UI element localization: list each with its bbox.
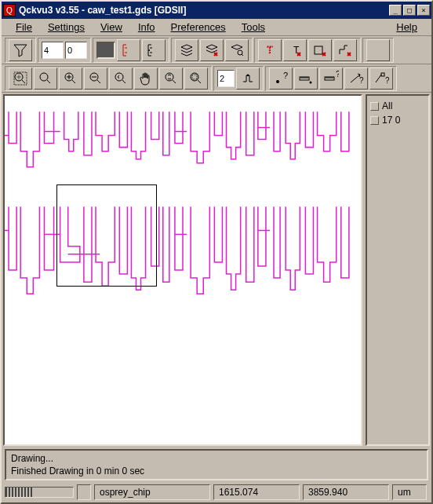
ruler-point-icon: [298, 71, 314, 86]
footer-bar: osprey_chip 1615.074 3859.940 um: [2, 482, 431, 502]
svg-text:?: ?: [359, 76, 364, 85]
solid-icon: [146, 42, 162, 58]
footer-cell-name: osprey_chip: [94, 484, 210, 500]
maximize-button[interactable]: □: [403, 5, 416, 16]
canvas-area[interactable]: [3, 94, 362, 446]
zoom-refresh-button[interactable]: [159, 68, 183, 89]
menu-preferences[interactable]: Preferences: [163, 20, 234, 35]
svg-text:?: ?: [336, 71, 339, 79]
layers-button[interactable]: [175, 39, 198, 61]
filter-button[interactable]: [9, 39, 32, 61]
text-x-icon: T: [287, 42, 303, 58]
svg-point-11: [166, 73, 173, 81]
menu-file[interactable]: File: [8, 20, 40, 35]
menu-help[interactable]: Help: [388, 20, 425, 35]
measure-snap-button[interactable]: ?: [369, 68, 393, 89]
application-window: Q Qckvu3 v3.55 - caw_test1.gds [GDSII] _…: [0, 0, 433, 504]
hand-icon: [138, 71, 154, 86]
zoom-in-icon: [63, 71, 78, 86]
svg-point-10: [115, 73, 123, 81]
fill-color-swatch[interactable]: [96, 42, 115, 59]
window-controls: _ □ ×: [389, 5, 430, 16]
unchecked-box-icon[interactable]: [370, 102, 379, 111]
svg-point-7: [40, 73, 48, 81]
svg-rect-4: [315, 46, 322, 54]
layer-panel: All 17 0: [366, 94, 430, 446]
design-canvas[interactable]: [5, 96, 361, 444]
fill-mode-outline-button[interactable]: [117, 39, 140, 61]
menu-tools[interactable]: Tools: [234, 20, 273, 35]
layer-all-label: All: [382, 100, 392, 111]
progress-indicator: [5, 487, 74, 498]
menubar: File Settings View Info Preferences Tool…: [2, 19, 431, 36]
ruler-query-icon: ?: [323, 71, 339, 86]
svg-point-14: [276, 80, 279, 83]
pan-button[interactable]: [134, 68, 158, 89]
nesting-input[interactable]: [217, 70, 235, 87]
app-icon: Q: [3, 4, 16, 16]
rect-delete-button[interactable]: [308, 39, 332, 61]
unchecked-box-icon[interactable]: [370, 116, 379, 125]
zoom-prev-button[interactable]: [109, 68, 133, 89]
measure-line-button[interactable]: ?: [344, 68, 368, 89]
svg-rect-13: [192, 75, 197, 79]
zoom-icon: [38, 71, 53, 86]
layers-search-button[interactable]: [225, 39, 249, 61]
workspace: All 17 0: [2, 93, 431, 447]
status-line-2: Finished Drawing in 0 min 0 sec: [11, 466, 422, 478]
svg-text:T: T: [267, 45, 273, 56]
layer-17-0[interactable]: 17 0: [370, 113, 425, 127]
measure-dist-button[interactable]: [294, 68, 318, 89]
hierarchy-up-button[interactable]: [236, 68, 260, 89]
outline-icon: [121, 42, 136, 58]
titlebar: Q Qckvu3 v3.55 - caw_test1.gds [GDSII] _…: [2, 2, 431, 19]
measure-point-button[interactable]: ?: [269, 68, 293, 89]
svg-point-0: [148, 49, 150, 51]
footer-unit: um: [392, 484, 427, 500]
zoom-button[interactable]: [34, 68, 57, 89]
blank-icon: [370, 42, 386, 58]
footer-spacer: [77, 484, 91, 500]
zoom-out-button[interactable]: [84, 68, 107, 89]
funnel-icon: [13, 42, 28, 58]
layers-delete-button[interactable]: [200, 39, 224, 61]
window-title: Qckvu3 v3.55 - caw_test1.gds [GDSII]: [19, 5, 389, 16]
row1-extra-button[interactable]: [366, 39, 390, 61]
fill-mode-solid-button[interactable]: [142, 39, 166, 61]
svg-text:?: ?: [385, 76, 389, 85]
zoom-out-icon: [88, 71, 104, 86]
text-outline-button[interactable]: T: [258, 39, 282, 61]
point-query-icon: ?: [273, 71, 289, 86]
close-button[interactable]: ×: [417, 5, 430, 16]
svg-rect-21: [381, 73, 384, 76]
status-message-box: Drawing... Finished Drawing in 0 min 0 s…: [5, 449, 428, 480]
zoom-refresh-icon: [163, 71, 179, 86]
level-input-1[interactable]: [42, 42, 64, 59]
rect-x-icon: [312, 42, 328, 58]
menu-settings[interactable]: Settings: [40, 20, 93, 35]
zoom-in-button[interactable]: [59, 68, 82, 89]
zoom-fit-icon: [13, 71, 28, 86]
zoom-fit-button[interactable]: [9, 68, 32, 89]
zoom-prev-icon: [113, 71, 129, 86]
text-delete-button[interactable]: T: [283, 39, 307, 61]
text-dashed-icon: T: [262, 42, 278, 58]
level-input-2[interactable]: [65, 42, 87, 59]
layer-17-0-label: 17 0: [382, 115, 400, 126]
footer-coord-y: 3859.940: [303, 484, 389, 500]
layers-icon: [179, 42, 195, 58]
zoom-area-button[interactable]: [184, 68, 208, 89]
measure-ruler-button[interactable]: ?: [319, 68, 343, 89]
selection-rectangle: [56, 184, 157, 287]
layer-all[interactable]: All: [370, 99, 425, 113]
zoom-area-icon: [188, 71, 204, 86]
minimize-button[interactable]: _: [389, 5, 402, 16]
menu-info[interactable]: Info: [130, 20, 163, 35]
menu-view[interactable]: View: [93, 20, 130, 35]
toolbar-row-1: T T: [2, 36, 431, 64]
measure-snap-icon: ?: [373, 71, 389, 86]
svg-point-17: [310, 81, 312, 83]
path-delete-button[interactable]: [333, 39, 357, 61]
layers-x-icon: [204, 42, 220, 58]
path-x-icon: [337, 42, 353, 58]
